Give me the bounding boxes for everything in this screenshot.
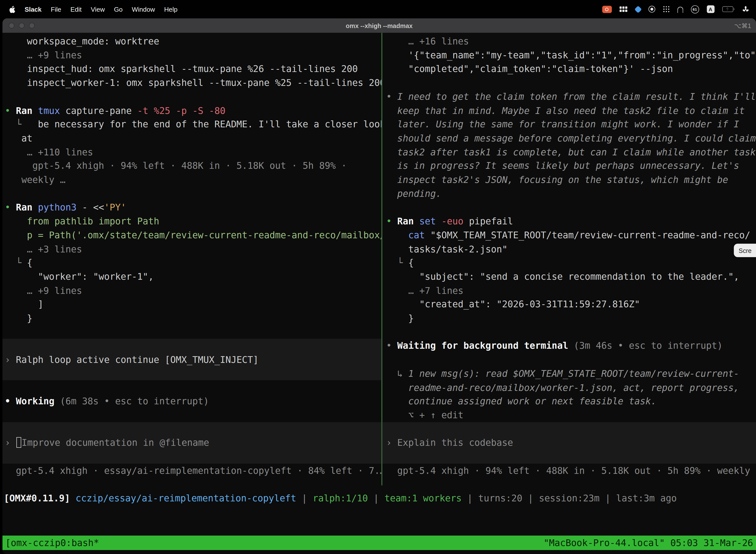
terminal-line: … +3 lines <box>5 242 381 256</box>
menu-item-window[interactable]: Window <box>132 5 155 13</box>
terminal-line: weekly … <box>5 173 381 187</box>
menu-item-edit[interactable]: Edit <box>70 5 82 13</box>
terminal-line: from pathlib import Path <box>5 214 381 228</box>
text-segment: • <box>5 202 16 213</box>
terminal-line: is in progress? It seems likely but perh… <box>386 159 756 173</box>
text-segment: last:3m ago <box>616 493 677 503</box>
screenshot-toast[interactable]: Scre <box>734 244 756 257</box>
close-button[interactable] <box>9 22 14 28</box>
text-segment: python3 <box>38 202 82 213</box>
text-segment: Working <box>16 396 60 406</box>
terminal-line: … +7 lines <box>386 283 756 297</box>
text-segment: } <box>5 313 32 323</box>
terminal-line: ⌥ + ↑ edit <box>386 408 756 422</box>
composer-input[interactable]: › Improve documentation in @filename <box>5 436 381 450</box>
text-segment: | <box>522 493 539 503</box>
text-segment: 1 new msg(s): read $OMX_TEAM_STATE_ROOT/… <box>408 368 739 379</box>
terminal-line: "created_at": "2026-03-31T11:59:27.816Z" <box>386 297 756 311</box>
apple-menu-icon[interactable] <box>9 5 15 13</box>
text-segment: workspace_mode: worktree <box>5 36 159 46</box>
minimize-button[interactable] <box>19 22 24 28</box>
text-segment: pipefail <box>469 216 513 226</box>
terminal-line: "subject": "send a concise recommendatio… <box>386 270 756 283</box>
input-source-icon[interactable]: A <box>707 5 714 13</box>
text-segment: from pathlib import Path <box>5 216 159 226</box>
terminal-line: at <box>5 131 381 145</box>
text-segment: tasks/task-2.json" <box>386 243 507 254</box>
text-segment: { <box>27 257 32 268</box>
text-segment: "$OMX_TEAM_STATE_ROOT/team/review-curren… <box>430 230 750 240</box>
text-segment: … +7 lines <box>386 285 463 296</box>
terminal-line: inspect_hud: omx sparkshell --tmux-pane … <box>5 62 381 76</box>
text-segment: └ <box>5 257 27 268</box>
text-segment: -euo <box>441 216 469 226</box>
terminal-line: p = Path('.omx/state/team/review-current… <box>5 228 381 242</box>
text-segment: Ran <box>16 202 38 213</box>
fan-icon[interactable] <box>742 4 749 14</box>
menu-bar-status-icons: 61 A <box>602 4 756 14</box>
toast-text: Scre <box>739 247 752 254</box>
text-segment: › <box>5 354 16 365</box>
terminal-line: inspect task2's JSON, focusing on the st… <box>386 173 756 187</box>
ghost-icon[interactable] <box>677 4 683 14</box>
terminal-line: • Ran tmux capture-pane -t %25 -p -S -80 <box>5 104 381 117</box>
text-segment: › <box>386 437 397 448</box>
composer-input[interactable]: › Explain this codebase <box>386 436 756 450</box>
omx-status-line: [OMX#0.11.9] cczip/essay/ai-reimplementa… <box>4 491 756 505</box>
blue-app-icon[interactable] <box>635 4 640 14</box>
window-grid-icon[interactable] <box>619 4 628 14</box>
text-segment: └ <box>5 119 38 129</box>
text-segment: cat <box>408 230 430 240</box>
text-segment: set <box>420 216 441 226</box>
terminal-line: "worker": "worker-1", <box>5 270 381 283</box>
text-segment: … +3 lines <box>5 243 82 254</box>
window-title-bar[interactable]: omx --xhigh --madmax ⌥⌘1 <box>2 18 756 33</box>
text-segment: later. Using the same for transition mig… <box>386 119 739 129</box>
text-segment: - << <box>82 202 104 213</box>
menu-item-file[interactable]: File <box>51 5 61 13</box>
text-segment: at <box>5 132 32 143</box>
battery-gauge-icon[interactable]: 61 <box>691 5 699 13</box>
right-terminal-pane[interactable]: … +16 lines '{"team_name":"my-team","tas… <box>382 34 756 479</box>
terminal-line: cat "$OMX_TEAM_STATE_ROOT/team/review-cu… <box>386 228 756 242</box>
terminal-line: ] <box>5 297 381 311</box>
screen-recording-icon[interactable] <box>602 5 612 13</box>
menu-app-name[interactable]: Slack <box>24 5 42 13</box>
menu-item-help[interactable]: Help <box>164 5 178 13</box>
text-segment: } <box>386 313 414 323</box>
recording-dot <box>605 7 609 11</box>
tmux-host-time: "MacBook-Pro-44.local" 05:03 31-Mar-26 <box>544 536 753 550</box>
text-segment: ↳ <box>386 368 408 379</box>
dots-grid-icon[interactable] <box>663 4 670 14</box>
pane-status-line: gpt-5.4 xhigh · essay/ai-reimplementatio… <box>5 463 381 477</box>
text-segment: task2 after task1 is complete, but can I… <box>386 147 756 157</box>
text-segment: … +110 lines <box>5 147 93 157</box>
camera-shutter-icon[interactable] <box>648 4 655 14</box>
text-segment: inspect task2's JSON, focusing on the st… <box>386 174 728 185</box>
text-segment: readme-and-reco/mailbox/worker-1.json, a… <box>386 382 739 393</box>
text-segment: (6m 38s • esc to interrupt) <box>60 396 209 406</box>
text-segment: session:23m <box>539 493 600 503</box>
text-segment: is in progress? It seems likely but perh… <box>386 160 739 171</box>
text-segment: "created_at": "2026-03-31T11:59:27.816Z" <box>386 299 640 310</box>
tmux-status-bar: [omx-cczip0:bash* "MacBook-Pro-44.local"… <box>2 536 756 550</box>
terminal-line: … +110 lines <box>5 145 381 159</box>
text-segment: continue assigned work or next feasible … <box>386 396 656 406</box>
terminal-line: workspace_mode: worktree <box>5 34 381 48</box>
text-segment: | <box>600 493 616 503</box>
battery-icon[interactable] <box>722 6 735 12</box>
menu-item-go[interactable]: Go <box>114 5 123 13</box>
ghost-shape <box>677 7 683 13</box>
text-segment: • <box>5 105 16 116</box>
terminal-line: └ { <box>5 256 381 270</box>
text-segment: Ralph loop active continue [OMX_TMUX_INJ… <box>16 354 258 365</box>
text-segment: Ran <box>397 216 420 226</box>
text-segment: | <box>296 493 313 503</box>
text-segment: be necessary for the end of the README. … <box>38 119 381 129</box>
zoom-button[interactable] <box>29 22 35 28</box>
menu-item-view[interactable]: View <box>91 5 105 13</box>
pane-status-line: gpt-5.4 xhigh · 94% left · 488K in · 5.1… <box>386 463 756 477</box>
text-segment: └ <box>386 257 408 268</box>
left-terminal-pane[interactable]: workspace_mode: worktree … +9 lines insp… <box>2 34 381 479</box>
terminal-line: … +9 lines <box>5 48 381 62</box>
